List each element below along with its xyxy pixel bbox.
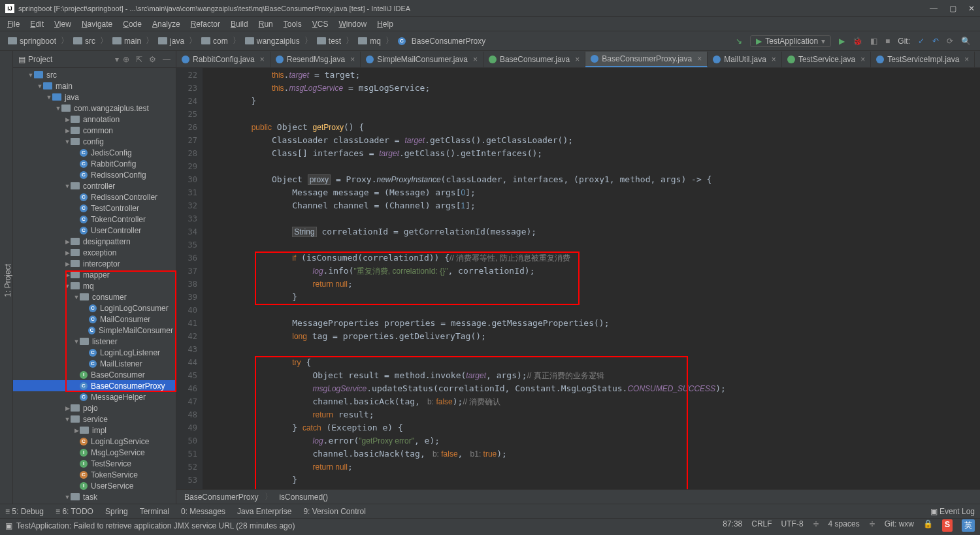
line-separator[interactable]: CRLF [751, 519, 772, 532]
menu-code[interactable]: Code [118, 18, 146, 30]
tool-TODO[interactable]: ≡ 6: TODO [56, 507, 93, 516]
ime-lang-icon[interactable]: 英 [962, 519, 975, 532]
menu-help[interactable]: Help [372, 18, 398, 30]
breadcrumb-BaseConsumerProxy[interactable]: CBaseConsumerProxy [394, 35, 489, 47]
tool-VersionControl[interactable]: 9: Version Control [303, 507, 365, 516]
tab-BaseConsumerProxy-java[interactable]: BaseConsumerProxy.java× [585, 52, 708, 67]
menu-edit[interactable]: Edit [25, 18, 48, 30]
tree-item-service[interactable]: ▼service [13, 413, 176, 425]
breadcrumb-main[interactable]: main [108, 35, 145, 47]
tab-RabbitConfig-java[interactable]: RabbitConfig.java× [176, 52, 270, 67]
build-icon[interactable]: ↘ [736, 37, 742, 46]
run-config-selector[interactable]: ▶ TestApplication ▾ [750, 35, 831, 47]
hide-icon[interactable]: — [163, 55, 171, 64]
breadcrumb-springboot[interactable]: springboot [4, 35, 60, 47]
tree-item-TestService[interactable]: ITestService [13, 458, 176, 469]
event-log-tab[interactable]: ▣ Event Log [930, 507, 975, 516]
editor-breadcrumb: BaseConsumerProxy 〉 isConsumed() [176, 489, 980, 504]
tree-item-annotation[interactable]: ▶annotation [13, 114, 176, 125]
scroll-from-source-icon[interactable]: ⊕ [123, 55, 129, 64]
tree-item-task[interactable]: ▼task [13, 491, 176, 502]
debug-icon[interactable]: 🐞 [853, 37, 862, 46]
tree-item-interceptor[interactable]: ▶interceptor [13, 258, 176, 269]
coverage-icon[interactable]: ◧ [870, 37, 877, 46]
tool-JavaEnterprise[interactable]: Java Enterprise [237, 507, 291, 516]
tree-item-RedissonController[interactable]: CRedissonController [13, 191, 176, 203]
breadcrumb-method[interactable]: isConsumed() [279, 493, 328, 502]
tree-item-UserController[interactable]: CUserController [13, 225, 176, 236]
menu-build[interactable]: Build [226, 18, 253, 30]
menu-file[interactable]: File [3, 18, 24, 30]
tree-item-pojo[interactable]: ▶pojo [13, 402, 176, 413]
highlight-box-tree [65, 270, 176, 392]
titlebar: IJ springboot [F:\project\springboot] - … [0, 0, 980, 17]
vcs-update-icon[interactable]: ✓ [918, 37, 924, 46]
tree-item-UserService[interactable]: IUserService [13, 480, 176, 491]
tab-MailUtil-java[interactable]: MailUtil.java× [708, 52, 782, 67]
tab-SimpleMailConsumer-java[interactable]: SimpleMailConsumer.java× [361, 52, 483, 67]
ime-icon[interactable]: S [942, 519, 953, 532]
tree-item-JedisConfig[interactable]: CJedisConfig [13, 147, 176, 158]
tree-item-designpattern[interactable]: ▶designpattern [13, 236, 176, 247]
menu-window[interactable]: Window [334, 18, 371, 30]
tree-item-RabbitConfig[interactable]: CRabbitConfig [13, 158, 176, 169]
tree-item-ResendMsg[interactable]: CResendMsg [13, 502, 176, 504]
breadcrumb-com[interactable]: com [197, 35, 232, 47]
tree-item-RedissonConfig[interactable]: CRedissonConfig [13, 169, 176, 180]
tree-item-LoginLogService[interactable]: CLoginLogService [13, 436, 176, 447]
tree-item-java[interactable]: ▼java [13, 91, 176, 103]
tool-Terminal[interactable]: Terminal [140, 507, 169, 516]
tool-Messages[interactable]: 0: Messages [181, 507, 225, 516]
lock-icon[interactable]: 🔒 [923, 519, 933, 532]
collapse-icon[interactable]: ⇱ [136, 55, 142, 64]
search-icon[interactable]: 🔍 [961, 37, 971, 46]
tree-item-MessageHelper[interactable]: CMessageHelper [13, 391, 176, 402]
tree-item-controller[interactable]: ▼controller [13, 180, 176, 191]
menu-view[interactable]: View [50, 18, 76, 30]
caret-position[interactable]: 87:38 [723, 519, 742, 532]
gear-icon[interactable]: ⚙ [149, 55, 156, 64]
close-button[interactable]: ✕ [968, 4, 975, 13]
tab-BaseConsumer-java[interactable]: BaseConsumer.java× [483, 52, 585, 67]
indent[interactable]: 4 spaces [828, 519, 860, 532]
vcs-commit-icon[interactable]: ↶ [932, 37, 939, 46]
tree-item-impl[interactable]: ▶impl [13, 425, 176, 436]
run-icon[interactable]: ▶ [839, 37, 845, 46]
tab-application-properties[interactable]: application.properties× [975, 52, 980, 67]
tool-Debug[interactable]: ≡ 5: Debug [5, 507, 44, 516]
minimize-button[interactable]: — [930, 4, 938, 13]
stop-icon[interactable]: ■ [885, 37, 890, 46]
tree-item-TestController[interactable]: CTestController [13, 203, 176, 214]
tool-Spring[interactable]: Spring [105, 507, 128, 516]
menu-refactor[interactable]: Refactor [186, 18, 225, 30]
menu-vcs[interactable]: VCS [308, 18, 333, 30]
breadcrumb-class[interactable]: BaseConsumerProxy [184, 493, 258, 502]
breadcrumb-mq[interactable]: mq [354, 35, 385, 47]
maximize-button[interactable]: ▢ [949, 4, 956, 13]
encoding[interactable]: UTF-8 [781, 519, 804, 532]
tree-item-src[interactable]: ▼src [13, 69, 176, 80]
tab-TestService-java[interactable]: TestService.java× [782, 52, 871, 67]
tab-ResendMsg-java[interactable]: ResendMsg.java× [270, 52, 361, 67]
tree-item-com-wangzaiplus-test[interactable]: ▼com.wangzaiplus.test [13, 103, 176, 114]
tree-item-TokenService[interactable]: CTokenService [13, 469, 176, 480]
tree-item-common[interactable]: ▶common [13, 125, 176, 136]
menu-run[interactable]: Run [254, 18, 278, 30]
menu-analyze[interactable]: Analyze [148, 18, 185, 30]
breadcrumb-java[interactable]: java [154, 35, 188, 47]
vcs-push-icon[interactable]: ⟳ [947, 37, 953, 46]
tree-item-main[interactable]: ▼main [13, 80, 176, 91]
tree-item-config[interactable]: ▼config [13, 136, 176, 147]
tree-item-exception[interactable]: ▶exception [13, 247, 176, 258]
project-tool-tab[interactable]: 1: Project [3, 264, 12, 297]
git-branch[interactable]: Git: wxw [885, 519, 914, 532]
breadcrumb-wangzaiplus[interactable]: wangzaiplus [241, 35, 304, 47]
tree-item-TokenController[interactable]: CTokenController [13, 214, 176, 225]
tree-item-MsgLogService[interactable]: IMsgLogService [13, 447, 176, 458]
breadcrumb-src[interactable]: src [69, 35, 99, 47]
menu-navigate[interactable]: Navigate [77, 18, 117, 30]
breadcrumb-test[interactable]: test [313, 35, 345, 47]
tab-TestServiceImpl-java[interactable]: TestServiceImpl.java× [871, 52, 975, 67]
panel-title: Project [28, 55, 111, 64]
menu-tools[interactable]: Tools [279, 18, 306, 30]
